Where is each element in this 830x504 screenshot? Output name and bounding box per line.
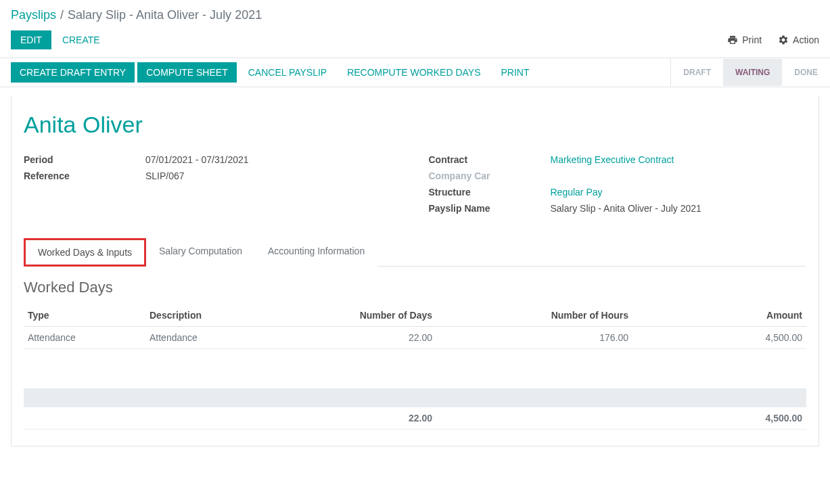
create-button[interactable]: Create <box>60 30 103 49</box>
col-num-hours[interactable]: Number of Hours <box>436 304 632 327</box>
create-draft-entry-button[interactable]: Create Draft Entry <box>11 62 135 83</box>
col-amount[interactable]: Amount <box>632 304 806 327</box>
col-num-days[interactable]: Number of Days <box>281 304 436 327</box>
payslip-name-value: Salary Slip - Anita Oliver - July 2021 <box>551 203 701 214</box>
cancel-payslip-button[interactable]: Cancel Payslip <box>239 62 336 83</box>
status-pill-waiting[interactable]: Waiting <box>723 59 782 86</box>
grey-band-row <box>24 388 806 407</box>
cell-type: Attendance <box>24 327 145 349</box>
period-label: Period <box>24 154 145 165</box>
breadcrumb: Payslips / Salary Slip - Anita Oliver - … <box>0 0 830 28</box>
status-pills: Draft Waiting Done <box>670 59 830 86</box>
structure-value-link[interactable]: Regular Pay <box>551 187 603 198</box>
tab-worked-days-inputs[interactable]: Worked Days & Inputs <box>24 238 146 267</box>
reference-label: Reference <box>24 170 145 181</box>
cell-description: Attendance <box>145 327 281 349</box>
breadcrumb-separator: / <box>60 8 64 22</box>
cell-num-days: 22.00 <box>281 327 436 349</box>
edit-button[interactable]: Edit <box>11 30 51 49</box>
worked-days-section-title: Worked Days <box>24 279 806 296</box>
print-icon <box>727 35 738 45</box>
payslip-name-label: Payslip Name <box>429 203 551 214</box>
total-amount: 4,500.00 <box>632 407 806 430</box>
gear-icon <box>778 35 789 45</box>
breadcrumb-parent-link[interactable]: Payslips <box>11 8 56 22</box>
worked-days-table: Type Description Number of Days Number o… <box>24 304 806 430</box>
recompute-worked-days-button[interactable]: Recompute Worked Days <box>338 62 489 83</box>
print-menu[interactable]: Print <box>727 35 762 45</box>
action-label: Action <box>793 35 819 45</box>
cell-amount: 4,500.00 <box>632 327 806 349</box>
col-type[interactable]: Type <box>24 304 145 327</box>
structure-label: Structure <box>429 187 551 198</box>
page-title: Anita Oliver <box>24 112 806 138</box>
print-label: Print <box>742 35 762 45</box>
status-pill-done[interactable]: Done <box>782 59 830 86</box>
tab-accounting-information[interactable]: Accounting Information <box>255 238 377 267</box>
reference-value: SLIP/067 <box>145 170 185 181</box>
col-description[interactable]: Description <box>145 304 281 327</box>
period-value: 07/01/2021 - 07/31/2021 <box>145 154 249 165</box>
status-bar: Create Draft Entry Compute Sheet Cancel … <box>0 58 830 87</box>
tabs: Worked Days & Inputs Salary Computation … <box>24 238 806 267</box>
tab-salary-computation[interactable]: Salary Computation <box>146 238 255 267</box>
totals-row: 22.00 4,500.00 <box>24 407 806 430</box>
cell-num-hours: 176.00 <box>436 327 632 349</box>
contract-label: Contract <box>429 154 551 165</box>
company-car-label: Company Car <box>429 170 551 181</box>
action-menu[interactable]: Action <box>778 35 819 45</box>
print-button[interactable]: Print <box>492 62 538 83</box>
breadcrumb-current: Salary Slip - Anita Oliver - July 2021 <box>68 8 262 22</box>
table-row[interactable]: Attendance Attendance 22.00 176.00 4,500… <box>24 327 806 349</box>
total-num-days: 22.00 <box>281 407 436 430</box>
status-pill-draft[interactable]: Draft <box>671 59 723 86</box>
contract-value-link[interactable]: Marketing Executive Contract <box>551 154 674 165</box>
form-sheet: Anita Oliver Period 07/01/2021 - 07/31/2… <box>11 95 819 446</box>
control-bar: Edit Create Print Action <box>0 28 830 58</box>
spacer-row <box>24 349 806 388</box>
compute-sheet-button[interactable]: Compute Sheet <box>137 62 237 83</box>
